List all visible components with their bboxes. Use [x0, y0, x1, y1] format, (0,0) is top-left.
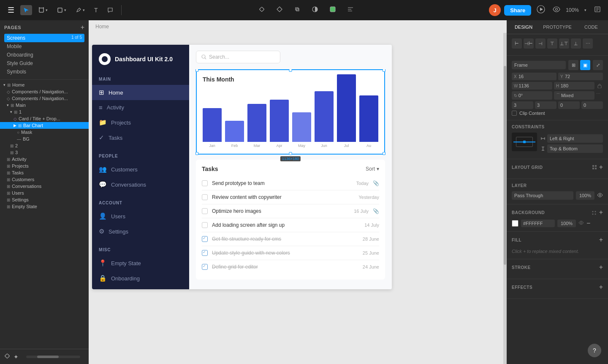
corner-br-input[interactable]: [560, 103, 578, 108]
chevron-zoom-icon[interactable]: ▾: [582, 6, 589, 14]
user-avatar[interactable]: J: [489, 4, 501, 16]
align-bottom-button[interactable]: ⊥: [571, 38, 581, 49]
zoom-level[interactable]: 100%: [566, 7, 579, 13]
four-dots-icon[interactable]: [592, 209, 597, 215]
w-input[interactable]: [518, 83, 550, 88]
text-tool[interactable]: T: [91, 5, 101, 16]
nav-users[interactable]: 👤 Users: [92, 209, 189, 224]
tab-design[interactable]: DESIGN: [507, 20, 540, 34]
component-icon[interactable]: [4, 353, 10, 360]
clip-content-checkbox[interactable]: [512, 111, 517, 116]
layer-nav1[interactable]: ◇ Components / Navigation...: [0, 88, 89, 95]
page-item-symbols[interactable]: Symbols: [4, 68, 84, 76]
resize-button[interactable]: ⤢: [593, 60, 603, 70]
layer-card[interactable]: ◇ Card / Title + Drop...: [0, 115, 89, 122]
bg-color-swatch[interactable]: [512, 220, 518, 227]
frame-tool[interactable]: ▾: [35, 5, 51, 15]
task-checkbox[interactable]: [202, 180, 208, 186]
nav-projects[interactable]: 📁 Projects: [92, 115, 189, 130]
layer-nav2[interactable]: ◇ Components / Navigation...: [0, 95, 89, 102]
tab-code[interactable]: CODE: [574, 20, 608, 34]
layer-bg[interactable]: — BG: [0, 136, 89, 142]
layer-mask[interactable]: ○ Mask: [0, 129, 89, 136]
corner-menu-icon[interactable]: ⋯: [596, 91, 603, 100]
canvas-area[interactable]: Home Dashboard UI Kit 2.0: [89, 20, 507, 364]
nav-home[interactable]: ⊞ Home: [92, 85, 189, 100]
comment-tool[interactable]: [104, 5, 116, 15]
layer-customers[interactable]: ⊞ Customers: [0, 176, 89, 183]
align-top-button[interactable]: ⊤: [547, 38, 557, 49]
layer-home[interactable]: ▾ ⊞ Home: [0, 81, 89, 88]
layer-bar-chart[interactable]: ▶ ⊞ Bar Chart: [0, 122, 89, 129]
x-input[interactable]: [518, 74, 554, 79]
layer-mode-dropdown[interactable]: Pass Through Normal Multiply Screen Over…: [512, 191, 573, 200]
bg-opacity-input[interactable]: [557, 220, 576, 227]
layer-settings[interactable]: ⊞ Settings: [0, 196, 89, 203]
boolean-icon[interactable]: [292, 4, 303, 16]
page-item-onboarding[interactable]: Onboarding: [4, 51, 84, 59]
play-icon[interactable]: [535, 3, 547, 17]
nav-conversations[interactable]: 💬 Conversations: [92, 177, 189, 192]
layer-tasks[interactable]: ⊞ Tasks: [0, 169, 89, 176]
effects-add-button[interactable]: +: [599, 283, 603, 291]
bg-visibility-icon[interactable]: [578, 220, 584, 227]
lock-ratio-icon[interactable]: [596, 82, 603, 90]
layer-3[interactable]: ⊞ 3: [0, 149, 89, 156]
trim-icon[interactable]: [345, 4, 356, 16]
task-checkbox-done[interactable]: [202, 264, 208, 270]
layer-visibility-icon[interactable]: [597, 192, 603, 199]
style-icon[interactable]: ✦: [14, 353, 19, 360]
help-button[interactable]: ?: [588, 344, 601, 357]
layer-conversations[interactable]: ⊞ Conversations: [0, 183, 89, 190]
align-right-button[interactable]: ⊣: [535, 38, 546, 49]
page-item-screens[interactable]: Screens 1 of 5: [4, 34, 84, 42]
fill-icon[interactable]: [327, 4, 338, 16]
sort-button[interactable]: Sort ▾: [366, 166, 379, 172]
layer-2[interactable]: ⊞ 2: [0, 142, 89, 149]
layer-1[interactable]: ▾ ⊞ 1: [0, 109, 89, 115]
h-input[interactable]: [561, 83, 592, 88]
corner-bl-input[interactable]: [584, 103, 601, 108]
canvas-scrollbar[interactable]: [503, 33, 507, 364]
add-page-button[interactable]: +: [81, 24, 84, 31]
tab-prototype[interactable]: PROTOTYPE: [540, 20, 574, 34]
nav-empty-state[interactable]: 📍 Empty State: [92, 255, 189, 271]
align-center-h-button[interactable]: ⊣⊢: [524, 38, 534, 49]
nav-customers[interactable]: 👥 Customers: [92, 162, 189, 177]
pen-tool[interactable]: ▾: [73, 5, 88, 15]
nav-settings[interactable]: ⚙ Settings: [92, 224, 189, 239]
horizontal-scrollbar[interactable]: [26, 356, 80, 358]
layout-grid-add-button[interactable]: +: [599, 163, 603, 171]
share-button[interactable]: Share: [504, 5, 531, 16]
layer-opacity-input[interactable]: [576, 191, 594, 200]
search-box[interactable]: Search...: [196, 51, 280, 63]
align-center-v-button[interactable]: ⊥⊤: [559, 38, 569, 49]
nav-activity[interactable]: ≡ Activity: [92, 100, 189, 115]
grid-view-button[interactable]: ⊞: [568, 60, 578, 70]
move-tool[interactable]: [20, 5, 32, 15]
frame-dropdown[interactable]: Frame: [512, 61, 566, 69]
layout-grid-grid-icon[interactable]: [592, 164, 597, 170]
menu-icon[interactable]: ☰: [5, 3, 17, 17]
layer-users[interactable]: ⊞ Users: [0, 190, 89, 196]
task-checkbox[interactable]: [202, 208, 208, 214]
corner-tr-input[interactable]: [537, 103, 554, 108]
frame-view-button[interactable]: ▣: [580, 60, 590, 70]
corner-tl-input[interactable]: [514, 103, 531, 108]
bg-hex-input[interactable]: [521, 220, 555, 227]
distribute-button[interactable]: ⋯: [583, 38, 593, 49]
task-checkbox[interactable]: [202, 222, 208, 228]
y-input[interactable]: [565, 74, 601, 79]
background-add-button[interactable]: +: [599, 209, 603, 216]
layer-empty-state[interactable]: ⊞ Empty State: [0, 203, 89, 210]
layer-activity[interactable]: ⊞ Activity: [0, 156, 89, 163]
book-icon[interactable]: [592, 4, 603, 16]
eye-icon[interactable]: [551, 3, 562, 17]
fill-add-button[interactable]: +: [599, 236, 603, 244]
layer-projects[interactable]: ⊞ Projects: [0, 163, 89, 169]
mask-icon[interactable]: [274, 4, 285, 16]
task-checkbox-done[interactable]: [202, 250, 208, 256]
task-checkbox-done[interactable]: [202, 236, 208, 242]
rotation-input[interactable]: [518, 93, 550, 98]
constraint-h-dropdown[interactable]: Left & Right Left Right Center Scale: [547, 134, 603, 143]
